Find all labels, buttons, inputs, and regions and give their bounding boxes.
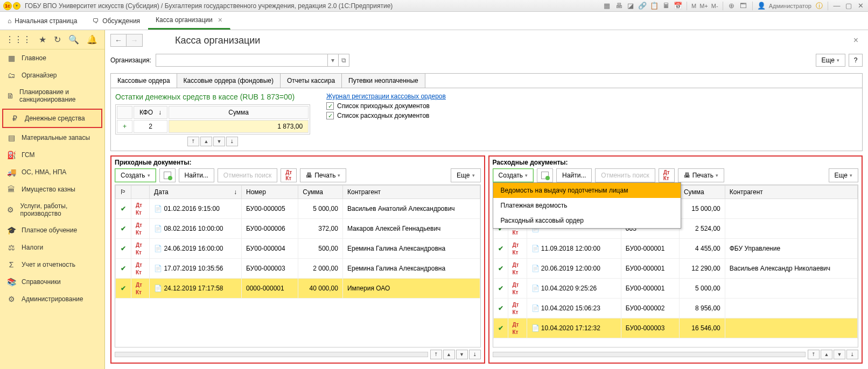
zoom-in-icon[interactable]: ⊕ (727, 2, 736, 10)
nav-top-icon[interactable]: ⤒ (187, 137, 199, 146)
link-icon[interactable]: 🔗 (638, 2, 647, 10)
tab-start-page[interactable]: ⌂ Начальная страница (0, 12, 85, 30)
close-icon[interactable]: ✕ (856, 2, 865, 10)
income-col-sum[interactable]: Сумма (298, 186, 343, 199)
income-find-button[interactable]: Найти... (179, 168, 214, 182)
m-minus-button[interactable]: M- (711, 3, 718, 9)
back-button[interactable]: ← (110, 34, 127, 47)
app-logo-icon[interactable]: 1c (3, 2, 12, 10)
sidebar-item-0[interactable]: ▦Главное (0, 49, 104, 67)
outcome-dtkt-button[interactable]: ДтКт (659, 168, 675, 182)
table-row[interactable]: ✔ ДтКт 📄 01.02.2016 9:15:00 БУ00-000005 … (116, 199, 480, 219)
table-row[interactable]: ✔ ДтКт 📄 24.06.2019 16:00:00 БУ00-000004… (116, 239, 480, 259)
help-button[interactable]: ? (849, 54, 863, 67)
sidebar-item-11[interactable]: ΣУчет и отчетность (0, 256, 104, 273)
compare-icon[interactable]: ◪ (626, 2, 635, 10)
create-menu-item[interactable]: Расходный кассовый ордер (493, 213, 681, 228)
outcome-copy-button[interactable] (537, 168, 553, 182)
nav-up-icon[interactable]: ▲ (443, 350, 455, 359)
subtab-0[interactable]: Кассовые ордера (111, 74, 177, 88)
create-menu-item[interactable]: Ведомость на выдачу подотчетным лицам (493, 183, 681, 198)
nav-up-icon[interactable]: ▲ (821, 350, 832, 359)
sidebar-item-10[interactable]: ⚖Налоги (0, 239, 104, 256)
close-page-icon[interactable]: × (849, 33, 863, 47)
income-create-button[interactable]: Создать (115, 168, 156, 182)
org-open-button[interactable]: ⧉ (338, 54, 349, 66)
search-icon[interactable]: 🔍 (68, 34, 79, 45)
app-menu-dropdown[interactable] (13, 2, 20, 10)
table-row[interactable]: ✔ ДтКт 📄 11.09.2018 12:00:00 БУ00-000001… (493, 239, 858, 259)
org-dropdown-button[interactable]: ▾ (327, 54, 338, 66)
tasks-icon[interactable]: 🗔 (739, 2, 748, 10)
create-menu-item[interactable]: Платежная ведомость (493, 198, 681, 213)
table-row[interactable]: ✔ ДтКт 📄 17.07.2019 10:35:56 БУ00-000003… (116, 259, 480, 279)
tab-discussions[interactable]: 🗨 Обсуждения (85, 12, 148, 30)
m-button[interactable]: M (691, 3, 696, 9)
outcome-create-button[interactable]: Создать (493, 168, 534, 182)
bell-icon[interactable]: 🔔 (87, 34, 97, 45)
income-print-button[interactable]: 🖶Печать (300, 168, 346, 182)
table-row[interactable]: ✔ ДтКт 📄 10.04.2020 17:12:32 БУ00-000003… (493, 318, 858, 338)
income-more-button[interactable]: Еще (451, 168, 480, 182)
nav-top-icon[interactable]: ⤒ (430, 350, 442, 359)
subtab-3[interactable]: Путевки неоплаченные (342, 74, 425, 88)
journal-link[interactable]: Журнал регистрации кассовых ордеров (326, 93, 446, 100)
maximize-icon[interactable]: ▢ (844, 2, 853, 10)
outcome-hscroll[interactable] (493, 352, 806, 357)
tab-close-icon[interactable]: × (218, 16, 222, 24)
sidebar-item-8[interactable]: ⚙Услуги, работы, производство (0, 198, 104, 222)
clipboard-icon[interactable]: 📋 (650, 2, 659, 10)
income-col-status[interactable] (131, 186, 150, 199)
subtab-1[interactable]: Кассовые ордера (фондовые) (177, 74, 281, 88)
income-dtkt-button[interactable]: ДтКт (281, 168, 297, 182)
chk-outcome[interactable]: ✓ (326, 112, 334, 119)
nav-top-icon[interactable]: ⤒ (808, 350, 820, 359)
table-row[interactable]: ✔ ДтКт 📄 08.02.2016 10:00:00 БУ00-000006… (116, 219, 480, 239)
table-row[interactable]: ✔ ДтКт 📄 10.04.2020 15:06:23 БУ00-000002… (493, 299, 858, 318)
star-icon[interactable]: ★ (39, 34, 46, 45)
income-col-flag[interactable]: 🏳 (116, 186, 131, 199)
income-grid[interactable]: 🏳 Дата↓ Номер Сумма Контрагент ✔ ДтКт 📄 … (115, 184, 481, 347)
table-row[interactable]: ✔ ДтКт 📄 10.04.2020 9:25:26 БУ00-000001 … (493, 279, 858, 299)
outcome-print-button[interactable]: 🖶Печать (678, 168, 724, 182)
calc-icon[interactable]: 🖩 (662, 2, 670, 10)
sidebar-item-2[interactable]: 🗎Планирование и санкционирование (0, 84, 104, 108)
sidebar-item-13[interactable]: ⚙Администрирование (0, 290, 104, 308)
tab-cash-org[interactable]: Касса организации × (148, 12, 230, 30)
print-icon[interactable]: 🖶 (614, 2, 623, 10)
sidebar-item-12[interactable]: 📚Справочники (0, 273, 104, 290)
income-hscroll[interactable] (115, 352, 428, 357)
info-icon[interactable]: ⓘ (815, 2, 823, 10)
table-row[interactable]: ✔ ДтКт 📄 24.12.2019 17:17:58 0000-000001… (116, 279, 480, 299)
outcome-more-button[interactable]: Еще (829, 168, 858, 182)
nav-bottom-icon[interactable]: ⤓ (226, 137, 238, 146)
calendar-icon[interactable]: 📅 (674, 2, 682, 10)
chk-income[interactable]: ✓ (326, 102, 334, 110)
outcome-find-button[interactable]: Найти... (556, 168, 592, 182)
grid-icon[interactable]: ⋮⋮⋮ (5, 34, 31, 45)
page-more-button[interactable]: Еще (816, 54, 845, 67)
subtab-2[interactable]: Отчеты кассира (281, 74, 342, 88)
col-sum[interactable]: Сумма (169, 106, 309, 119)
user-label[interactable]: Администратор (769, 3, 811, 9)
sidebar-item-1[interactable]: 🗂Органайзер (0, 67, 104, 84)
sidebar-item-5[interactable]: ⛽ГСМ (0, 146, 104, 164)
nav-bottom-icon[interactable]: ⤓ (469, 350, 481, 359)
sidebar-item-7[interactable]: 🏛Имущество казны (0, 181, 104, 198)
sidebar-item-9[interactable]: 🎓Платное обучение (0, 222, 104, 239)
outcome-col-ctr[interactable]: Контрагент (725, 186, 857, 199)
nav-up-icon[interactable]: ▲ (200, 137, 212, 146)
income-col-date[interactable]: Дата↓ (150, 186, 242, 199)
toolbar-icon-1[interactable]: ▦ (603, 2, 611, 10)
minimize-icon[interactable]: — (832, 2, 841, 10)
nav-down-icon[interactable]: ▼ (456, 350, 468, 359)
outcome-col-sum[interactable]: Сумма (679, 186, 725, 199)
expand-row-icon[interactable]: + (117, 120, 132, 133)
table-row[interactable]: ✔ ДтКт 📄 20.06.2019 12:00:00 БУ00-000001… (493, 259, 858, 279)
org-input[interactable] (156, 54, 327, 66)
nav-down-icon[interactable]: ▼ (213, 137, 225, 146)
col-kfo[interactable]: КФО ↓ (134, 106, 167, 119)
sidebar-item-6[interactable]: 🚚ОС, НМА, НПА (0, 164, 104, 181)
income-col-ctr[interactable]: Контрагент (342, 186, 480, 199)
sidebar-item-3[interactable]: ₽Денежные средства (2, 109, 102, 128)
